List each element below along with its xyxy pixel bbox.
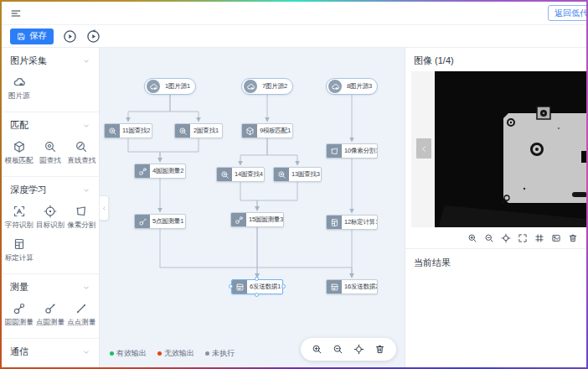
sidebar-item[interactable]: 目标识别 [34,205,65,231]
preview-trash-button[interactable] [568,233,578,243]
flow-node[interactable]: 2圆查找1 [174,123,223,138]
preview-zoom-out-button[interactable] [484,233,494,243]
sidebar-section-header[interactable]: 匹配 [2,112,99,135]
cloud-image-icon [331,82,340,91]
node-icon-wrap [327,144,342,158]
node-label: 10像素分割1 [342,147,377,155]
flow-node[interactable]: 7图片源2 [241,78,293,95]
sidebar-item[interactable] [3,366,34,367]
node-port-handle[interactable] [255,293,259,297]
chevron-down-wrap [82,57,90,65]
preview-image [411,71,586,227]
run-once-button[interactable] [85,29,101,44]
canvas-zoom-out-button[interactable] [333,344,343,355]
node-port-handle[interactable] [229,284,233,288]
save-button[interactable]: 保存 [10,29,54,44]
item-icon-wrap [13,366,26,367]
sidebar-section-header[interactable]: 通信 [2,339,99,361]
template-match-icon [13,140,26,153]
zoom-out-icon [333,344,343,355]
preview-fullscreen-button[interactable] [518,233,528,243]
preview-locate-button[interactable] [501,233,511,243]
flow-node[interactable]: 10像素分割1 [326,143,378,159]
flow-node[interactable]: 6发送数据1 [231,279,283,294]
back-to-lowcode-button[interactable]: 返回低代 [548,5,586,21]
chevron-down-wrap [82,283,90,292]
hamburger-icon [10,8,22,19]
item-label: 圆圆测量 [5,318,34,328]
sidebar-section: 图片采集图片源 [2,48,99,112]
node-label: 8图片源3 [342,82,377,91]
node-icon-wrap [328,80,342,93]
sidebar-item[interactable]: 图片源 [3,75,34,101]
chevron-down-wrap [82,348,90,356]
item-label: 标定计算 [5,253,34,263]
flow-node[interactable]: 11圆查找2 [104,123,152,138]
section-items [2,361,99,367]
measure-point-circle-icon [138,217,147,226]
tool-sidebar: 图片采集图片源匹配模板匹配圆查找直线查找深度学习字符识别目标识别像素分割标定计算… [2,48,100,367]
node-icon-wrap [135,164,150,178]
flow-node[interactable]: 1图片源1 [144,78,196,95]
sidebar-item[interactable]: 模板匹配 [3,140,34,166]
main-body: 图片采集图片源匹配模板匹配圆查找直线查找深度学习字符识别目标识别像素分割标定计算… [2,48,586,367]
canvas-zoom-toolbar [301,338,396,361]
sidebar-collapse-handle[interactable] [100,195,109,221]
canvas-zoom-in-button[interactable] [312,344,322,355]
node-port-handle[interactable] [281,284,286,288]
run-button[interactable] [62,29,77,44]
preview-fit-image-button[interactable] [551,233,561,243]
sidebar-item[interactable]: 圆圆测量 [3,302,34,328]
circle-find-icon [44,140,57,153]
item-label: 目标识别 [36,221,64,231]
chevron-down-wrap [82,122,90,130]
menu-toggle-button[interactable] [10,8,22,19]
sidebar-item[interactable]: 字符识别 [3,205,34,231]
node-label: 6发送数据1 [247,283,282,291]
preview-zoom-in-button[interactable] [467,233,477,243]
sidebar-item[interactable]: 圆查找 [34,140,65,166]
flow-node[interactable]: 5点圆测量1 [134,214,186,229]
ocr-icon [13,205,26,218]
legend-item: 有效输出 [110,348,147,359]
flow-node[interactable]: 13圆查找3 [273,167,322,182]
pixel-segment-icon [75,205,88,218]
image-viewer [411,71,586,227]
flow-node[interactable]: 9模板匹配1 [241,123,293,138]
sidebar-section: 匹配模板匹配圆查找直线查找 [2,112,99,177]
item-icon-wrap [13,75,26,89]
node-icon-wrap [135,215,150,228]
sidebar-item[interactable]: 点点测量 [66,302,97,328]
send-data-icon [330,283,339,292]
preview-grid-button[interactable] [534,233,544,243]
flow-node[interactable]: 4圆圆测量2 [134,164,186,179]
node-icon-wrap [217,168,232,181]
sidebar-item[interactable]: 直线查找 [66,140,97,166]
node-label: 1图片源1 [160,82,195,91]
sidebar-item[interactable]: 标定计算 [3,237,34,263]
chev-left-icon [420,144,429,153]
item-label: 点点测量 [67,318,95,328]
legend-dot [205,351,209,356]
flow-node[interactable]: 16发送数据2 [326,279,378,294]
canvas-locate-button[interactable] [353,344,364,355]
section-items: 模板匹配圆查找直线查找 [2,135,99,176]
flow-node[interactable]: 15圆圆测量3 [230,212,284,227]
node-label: 11圆查找2 [120,127,152,135]
flow-node[interactable]: 12标定计算1 [326,215,378,230]
prev-image-button[interactable] [416,138,431,159]
calibration-calc-icon [13,237,26,251]
circle-find-icon [277,170,286,179]
node-port-handle[interactable] [255,277,259,281]
sidebar-section-header[interactable]: 测量 [2,274,99,297]
sidebar-item[interactable]: 点圆测量 [34,302,65,328]
flow-canvas[interactable]: 1图片源17图片源28图片源311圆查找22圆查找19模板匹配110像素分割14… [100,48,405,367]
sidebar-section-header[interactable]: 图片采集 [2,48,99,70]
node-icon-wrap [274,168,289,181]
flow-node[interactable]: 8图片源3 [326,78,378,95]
sidebar-section-header[interactable]: 深度学习 [2,177,99,200]
grid-icon [534,233,544,243]
canvas-trash-button[interactable] [374,344,385,355]
flow-node[interactable]: 14圆查找4 [216,167,265,182]
sidebar-item[interactable]: 像素分割 [66,205,97,231]
